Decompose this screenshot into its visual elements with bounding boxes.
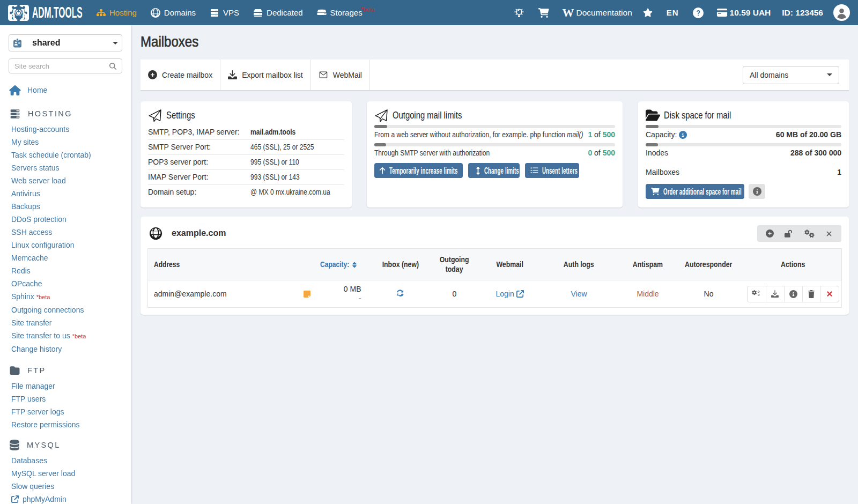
svg-text:}: } — [21, 6, 26, 19]
